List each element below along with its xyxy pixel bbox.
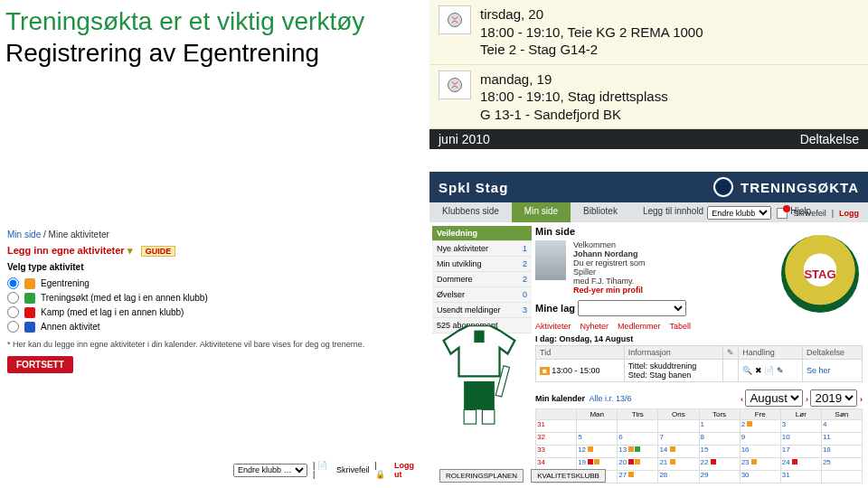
continue-button[interactable]: FORTSETT — [7, 356, 73, 373]
subtab-nyheter[interactable]: Nyheter — [580, 322, 609, 331]
calendar-cell[interactable]: 22 — [699, 458, 740, 471]
next-year[interactable]: › — [860, 395, 863, 404]
calendar-cell[interactable]: 4 — [821, 420, 862, 433]
calendar-cell[interactable]: 25 — [821, 458, 862, 471]
radio-kamp[interactable] — [7, 306, 19, 318]
logout-link[interactable]: Logg ut — [394, 461, 423, 479]
calendar-cell[interactable]: 31 — [780, 471, 821, 483]
next-month[interactable]: › — [806, 395, 808, 404]
calendar-cell[interactable]: 12 — [577, 446, 618, 458]
club-badge-icon: STAG — [781, 235, 859, 313]
sidebar-item[interactable]: Nye aktiviteter1 — [432, 241, 532, 257]
radio-treningsokt[interactable] — [7, 292, 19, 304]
crumb-min-side[interactable]: Min side — [7, 230, 41, 239]
chip-icon — [24, 307, 35, 318]
calendar-cell[interactable]: 21 — [658, 458, 699, 471]
calendar-cell[interactable]: 11 — [821, 433, 862, 446]
chip-icon — [24, 322, 35, 333]
footer-logos: ROLERINGSPLANEN KVALITETSKLUBB — [439, 469, 606, 483]
calendar-cell[interactable] — [577, 420, 618, 433]
calendar-cell[interactable]: 27 — [618, 471, 658, 483]
calendar-cell[interactable] — [618, 420, 658, 433]
logg-link[interactable]: Logg — [839, 209, 859, 218]
prev-month[interactable]: ‹ — [741, 395, 743, 404]
section-title: Legg inn egne aktiviteter ▾ GUIDE — [7, 245, 423, 257]
year-select[interactable]: 2019 — [810, 389, 857, 407]
svg-rect-5 — [482, 409, 495, 424]
sidebar-item[interactable]: Min utvikling2 — [432, 257, 532, 272]
calendar-cell[interactable]: 1 — [699, 420, 740, 433]
chip-icon — [24, 293, 35, 304]
svg-rect-2 — [474, 331, 484, 343]
calendar-cell[interactable]: 30 — [740, 471, 780, 483]
today-label: I dag: Onsdag, 14 August — [535, 334, 863, 343]
event-row[interactable]: mandag, 19 18:00 - 19:10, Stag idrettspl… — [429, 65, 868, 130]
tab-legg-til[interactable]: Legg til innhold — [630, 202, 716, 222]
calendar-cell[interactable]: 3 — [780, 420, 821, 433]
calendar-cell[interactable]: 13 — [618, 446, 658, 458]
calendar-cell[interactable]: 6 — [618, 433, 658, 446]
row-actions[interactable]: 🔍 ✖ 📄 ✎ — [739, 360, 803, 382]
calendar-cell[interactable]: 20 — [618, 458, 658, 471]
teams-select[interactable] — [578, 300, 686, 316]
edit-profile-link[interactable]: Red-yer min profil — [573, 286, 646, 295]
calendar-cell[interactable]: 18 — [821, 446, 862, 458]
subtabs: Aktiviteter Nyheter Medlemmer Tabell — [535, 322, 863, 331]
app-title: TRENINGSØKTA — [741, 180, 859, 195]
calendar-cell[interactable]: 23 — [740, 458, 780, 471]
ball-icon — [439, 5, 471, 34]
calendar-cell[interactable]: 14 — [658, 446, 699, 458]
calendar-cell[interactable] — [658, 420, 699, 433]
calendar-cell[interactable]: 15 — [699, 446, 740, 458]
calendar-cell[interactable]: 17 — [780, 446, 821, 458]
calendar-cell[interactable]: 24 — [780, 458, 821, 471]
calendar-cell[interactable]: 28 — [658, 471, 699, 483]
calendar-cell[interactable]: 7 — [658, 433, 699, 446]
calendar-cell[interactable]: 8 — [699, 433, 740, 446]
user-name: Johann Nordang — [573, 249, 646, 258]
event-list: tirsdag, 20 18:00 - 19:10, Teie KG 2 REM… — [429, 0, 868, 149]
event-text: tirsdag, 20 18:00 - 19:10, Teie KG 2 REM… — [480, 5, 703, 59]
sidebar-item[interactable]: Øvelser0 — [432, 287, 532, 303]
calendar-cell[interactable] — [821, 471, 862, 483]
calendar-cell[interactable]: 5 — [577, 433, 618, 446]
endre-klubb-select[interactable]: Endre klubb … — [233, 464, 307, 477]
subtab-tabell[interactable]: Tabell — [670, 322, 692, 331]
activity-form: Min side / Mine aktiviteter Endre klubb … — [7, 230, 423, 373]
tab-klubbens[interactable]: Klubbens side — [429, 202, 512, 222]
event-row[interactable]: tirsdag, 20 18:00 - 19:10, Teie KG 2 REM… — [429, 0, 868, 65]
calendar-cell[interactable]: 2 — [740, 420, 780, 433]
sidebar-item[interactable]: Usendt meldinger3 — [432, 303, 532, 318]
ball-icon — [439, 70, 471, 99]
attendance-link[interactable]: Se her — [802, 360, 862, 382]
skrivefeil-link[interactable]: Skrivefeil — [793, 209, 826, 218]
calendar-cell[interactable]: 10 — [780, 433, 821, 446]
tab-bibliotek[interactable]: Bibliotek — [571, 202, 630, 222]
notification-icon[interactable] — [777, 208, 788, 219]
slide-title: Treningsøkta er et viktig verktøy Regist… — [5, 5, 367, 69]
table-row[interactable]: ■ 13:00 - 15:00 Tittel: skuddtreningSted… — [536, 360, 863, 382]
subtab-medlemmer[interactable]: Medlemmer — [618, 322, 661, 331]
activity-option[interactable]: Egentrening — [7, 277, 423, 289]
radio-egentrening[interactable] — [7, 277, 19, 289]
calendar-cell[interactable]: 16 — [740, 446, 780, 458]
activity-option[interactable]: Treningsøkt (med et lag i en annen klubb… — [7, 292, 423, 304]
tab-minside[interactable]: Min side — [512, 202, 571, 222]
mini-toolbar: Endre klubb … | 📄 | Skrivefeil | 🔒 Logg … — [233, 461, 423, 479]
activity-option[interactable]: Kamp (med et lag i en annen klubb) — [7, 306, 423, 318]
endre-klubb-select[interactable]: Endre klubb — [707, 206, 771, 220]
skrivefeil-link[interactable]: Skrivefeil — [336, 465, 370, 474]
svg-rect-4 — [464, 409, 476, 424]
activity-option[interactable]: Annen aktivitet — [7, 321, 423, 333]
calendar-link[interactable]: Alle i.r. 13/6 — [590, 394, 632, 403]
radio-annen[interactable] — [7, 321, 19, 333]
month-select[interactable]: August — [745, 389, 803, 407]
calendar-cell[interactable]: 9 — [740, 433, 780, 446]
calendar-cell[interactable]: 29 — [699, 471, 740, 483]
sidebar-item[interactable]: Dommere2 — [432, 272, 532, 287]
guide-badge[interactable]: GUIDE — [141, 246, 176, 257]
jersey-icon — [439, 325, 520, 425]
subtab-aktiviteter[interactable]: Aktiviteter — [535, 322, 571, 331]
calendar-header: Min kalender Alle i.r. 13/6 ‹ August › 2… — [535, 389, 863, 407]
svg-point-0 — [448, 14, 462, 27]
